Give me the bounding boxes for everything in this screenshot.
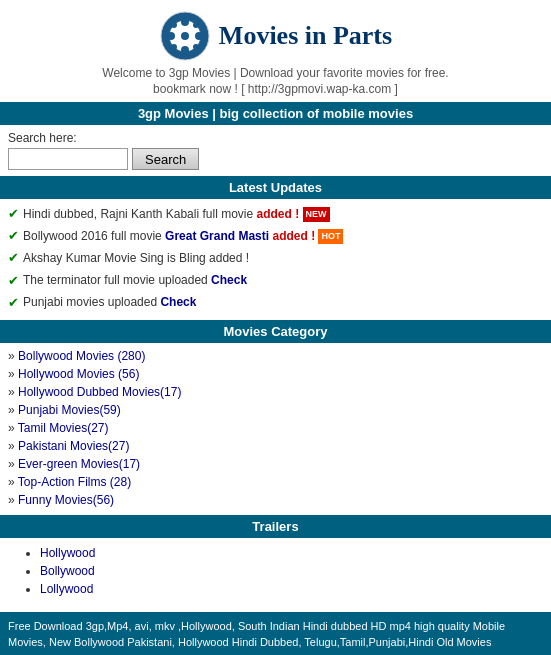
update-item-3: ✔ Akshay Kumar Movie Sing is Bling added… [8,247,543,269]
footer-text: Free Download 3gp,Mp4, avi, mkv ,Hollywo… [8,620,505,649]
svg-point-6 [195,32,203,40]
cat-arrow-7: » [8,457,15,471]
category-link-bollywood[interactable]: Bollywood Movies (280) [18,349,145,363]
hot-badge-2: HOT [318,229,343,244]
category-item-action: » Top-Action Films (28) [8,473,543,491]
svg-point-2 [181,32,189,40]
category-item-hollywood-dubbed: » Hollywood Dubbed Movies(17) [8,383,543,401]
cat-arrow-9: » [8,493,15,507]
update-text-1: Hindi dubbed, Rajni Kanth Kabali full mo… [23,206,330,223]
update-item-4: ✔ The terminator full movie uploaded Che… [8,270,543,292]
trailer-item-bollywood: Bollywood [40,562,531,580]
category-item-funny: » Funny Movies(56) [8,491,543,509]
svg-point-7 [171,22,177,28]
category-item-punjabi: » Punjabi Movies(59) [8,401,543,419]
svg-point-5 [167,32,175,40]
update-text-5: Punjabi movies uploaded Check [23,294,196,311]
update-item-1: ✔ Hindi dubbed, Rajni Kanth Kabali full … [8,203,543,225]
header-subtitle: Welcome to 3gp Movies | Download your fa… [0,66,551,80]
search-button[interactable]: Search [132,148,199,170]
check-icon-5: ✔ [8,294,19,312]
search-label: Search here: [8,131,543,145]
svg-point-4 [181,46,189,54]
updates-list: ✔ Hindi dubbed, Rajni Kanth Kabali full … [0,199,551,318]
search-row: Search [8,148,543,170]
added-badge-2: added ! [272,229,315,243]
cat-arrow-3: » [8,385,15,399]
trailer-link-bollywood[interactable]: Bollywood [40,564,95,578]
check-icon-3: ✔ [8,249,19,267]
top-bar-label: 3gp Movies | big collection of mobile mo… [138,106,413,121]
category-link-tamil[interactable]: Tamil Movies(27) [18,421,109,435]
check-icon-4: ✔ [8,272,19,290]
latest-updates-header: Latest Updates [0,176,551,199]
check-icon-1: ✔ [8,205,19,223]
category-link-pakistani[interactable]: Pakistani Movies(27) [18,439,129,453]
added-badge-1: added ! [256,207,299,221]
footer: Free Download 3gp,Mp4, avi, mkv ,Hollywo… [0,612,551,655]
cat-arrow-1: » [8,349,15,363]
page-header: Movies in Parts Welcome to 3gp Movies | … [0,0,551,102]
cat-arrow-5: » [8,421,15,435]
category-item-hollywood: » Hollywood Movies (56) [8,365,543,383]
trailers-header: Trailers [0,515,551,538]
update-text-3: Akshay Kumar Movie Sing is Bling added ! [23,250,249,267]
category-link-punjabi[interactable]: Punjabi Movies(59) [18,403,121,417]
site-title: Movies in Parts [219,21,392,51]
check-icon-2: ✔ [8,227,19,245]
update-link-4[interactable]: Check [211,273,247,287]
cat-arrow-8: » [8,475,15,489]
logo-area: Movies in Parts [0,10,551,62]
svg-point-8 [193,22,199,28]
trailer-item-lollywood: Lollywood [40,580,531,598]
trailer-item-hollywood: Hollywood [40,544,531,562]
trailers-list: Hollywood Bollywood Lollywood [0,538,551,604]
update-link-2[interactable]: Great Grand Masti [165,229,269,243]
cat-arrow-4: » [8,403,15,417]
update-item-5: ✔ Punjabi movies uploaded Check [8,292,543,314]
movies-category-header: Movies Category [0,320,551,343]
logo-icon [159,10,211,62]
category-item-evergreen: » Ever-green Movies(17) [8,455,543,473]
new-badge-1: NEW [303,207,330,222]
svg-point-3 [181,18,189,26]
trailers-ul: Hollywood Bollywood Lollywood [20,544,531,598]
category-link-evergreen[interactable]: Ever-green Movies(17) [18,457,140,471]
category-item-tamil: » Tamil Movies(27) [8,419,543,437]
update-text-4: The terminator full movie uploaded Check [23,272,247,289]
category-link-hollywood[interactable]: Hollywood Movies (56) [18,367,139,381]
trailer-link-lollywood[interactable]: Lollywood [40,582,93,596]
header-url: bookmark now ! [ http://3gpmovi.wap-ka.c… [0,82,551,96]
update-link-5[interactable]: Check [160,295,196,309]
category-item-pakistani: » Pakistani Movies(27) [8,437,543,455]
search-input[interactable] [8,148,128,170]
update-item-2: ✔ Bollywood 2016 full movie Great Grand … [8,225,543,247]
search-section: Search here: Search [0,125,551,174]
category-link-funny[interactable]: Funny Movies(56) [18,493,114,507]
top-bar: 3gp Movies | big collection of mobile mo… [0,102,551,125]
cat-arrow-2: » [8,367,15,381]
svg-point-10 [193,44,199,50]
category-link-action[interactable]: Top-Action Films (28) [18,475,131,489]
svg-point-9 [171,44,177,50]
category-item-bollywood: » Bollywood Movies (280) [8,347,543,365]
trailer-link-hollywood[interactable]: Hollywood [40,546,95,560]
cat-arrow-6: » [8,439,15,453]
update-text-2: Bollywood 2016 full movie Great Grand Ma… [23,228,343,245]
category-link-hollywood-dubbed[interactable]: Hollywood Dubbed Movies(17) [18,385,181,399]
category-list: » Bollywood Movies (280) » Hollywood Mov… [0,343,551,513]
